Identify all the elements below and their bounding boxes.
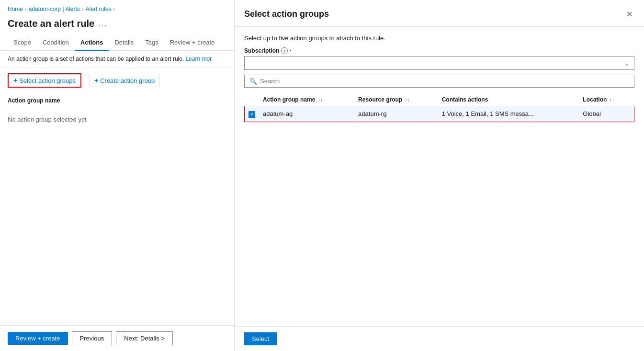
left-panel: Home › adatum-corp | Alerts › Alert rule…	[0, 0, 235, 351]
dialog-footer: Select	[235, 326, 644, 351]
action-group-table: Action group name No action group select…	[0, 93, 234, 325]
next-details-button[interactable]: Next: Details >	[116, 331, 173, 345]
tab-review-create[interactable]: Review + create	[164, 35, 221, 51]
dialog-subtitle: Select up to five action groups to attac…	[244, 34, 634, 42]
dialog-header: Select action groups ✕	[235, 0, 644, 27]
action-buttons-row: + Select action groups + Create action g…	[0, 68, 234, 93]
table-header-row: Action group name ↑↓ Resource group ↑↓ C…	[245, 93, 634, 106]
table-header-row: Action group name	[8, 93, 226, 108]
empty-table-message: No action group selected yet	[8, 108, 226, 131]
tab-actions[interactable]: Actions	[75, 35, 109, 51]
breadcrumb-home[interactable]: Home	[8, 6, 23, 12]
subscription-label: Subscription i ·	[244, 47, 634, 54]
previous-button[interactable]: Previous	[72, 331, 113, 345]
close-dialog-button[interactable]: ✕	[624, 8, 634, 21]
dialog-panel: Select action groups ✕ Select up to five…	[235, 0, 644, 351]
search-box: 🔍	[244, 75, 634, 88]
table-row[interactable]: adatum-ag adatum-rg 1 Voice, 1 Email, 1 …	[245, 106, 634, 122]
learn-more-link[interactable]: Learn mor	[186, 56, 212, 62]
tab-details[interactable]: Details	[109, 35, 139, 51]
subscription-info-icon[interactable]: i	[281, 47, 288, 54]
row-checkbox-cell	[245, 106, 260, 122]
col-contains-actions[interactable]: Contains actions	[438, 93, 579, 106]
sort-icon-rg: ↑↓	[405, 97, 409, 102]
left-footer: Review + create Previous Next: Details >	[0, 325, 234, 351]
tab-tags[interactable]: Tags	[139, 35, 164, 51]
tab-scope[interactable]: Scope	[8, 35, 37, 51]
sort-icon-loc: ↑↓	[610, 97, 614, 102]
create-action-group-button[interactable]: + Create action group	[89, 74, 160, 87]
dialog-title: Select action groups	[244, 9, 329, 19]
action-groups-table: Action group name ↑↓ Resource group ↑↓ C…	[244, 93, 634, 122]
breadcrumb-alerts[interactable]: adatum-corp | Alerts	[29, 6, 80, 12]
tab-condition[interactable]: Condition	[37, 35, 75, 51]
page-title: Create an alert rule	[8, 18, 94, 29]
col-action-group-name[interactable]: Action group name ↑↓	[259, 93, 354, 106]
subscription-select-wrapper: ⌄	[244, 56, 634, 70]
search-input[interactable]	[260, 78, 629, 85]
row-location: Global	[579, 106, 634, 122]
sort-icon-name: ↑↓	[318, 97, 323, 102]
plus-icon-create: +	[94, 77, 98, 84]
tabs-bar: Scope Condition Actions Details Tags Rev…	[0, 35, 234, 51]
breadcrumb-rules[interactable]: Alert rules	[86, 6, 112, 12]
row-contains-actions: 1 Voice, 1 Email, 1 SMS messa...	[438, 106, 579, 122]
dialog-body: Select up to five action groups to attac…	[235, 27, 644, 326]
subscription-select[interactable]	[244, 56, 634, 70]
dialog-select-button[interactable]: Select	[244, 332, 277, 345]
row-action-group-name: adatum-ag	[259, 106, 354, 122]
page-title-menu[interactable]: ...	[98, 20, 107, 28]
checkbox-checked-icon[interactable]	[249, 111, 255, 118]
page-title-area: Create an alert rule ...	[0, 16, 234, 35]
select-action-groups-button[interactable]: + Select action groups	[8, 73, 81, 88]
plus-icon: +	[13, 77, 17, 84]
info-bar: An action group is a set of actions that…	[0, 51, 234, 68]
search-icon: 🔍	[249, 78, 257, 85]
col-location[interactable]: Location ↑↓	[579, 93, 634, 106]
col-checkbox	[245, 93, 260, 106]
row-resource-group: adatum-rg	[354, 106, 438, 122]
review-create-button[interactable]: Review + create	[8, 332, 68, 345]
column-action-group-name: Action group name	[8, 97, 226, 104]
breadcrumb: Home › adatum-corp | Alerts › Alert rule…	[0, 0, 234, 16]
col-resource-group[interactable]: Resource group ↑↓	[354, 93, 438, 106]
